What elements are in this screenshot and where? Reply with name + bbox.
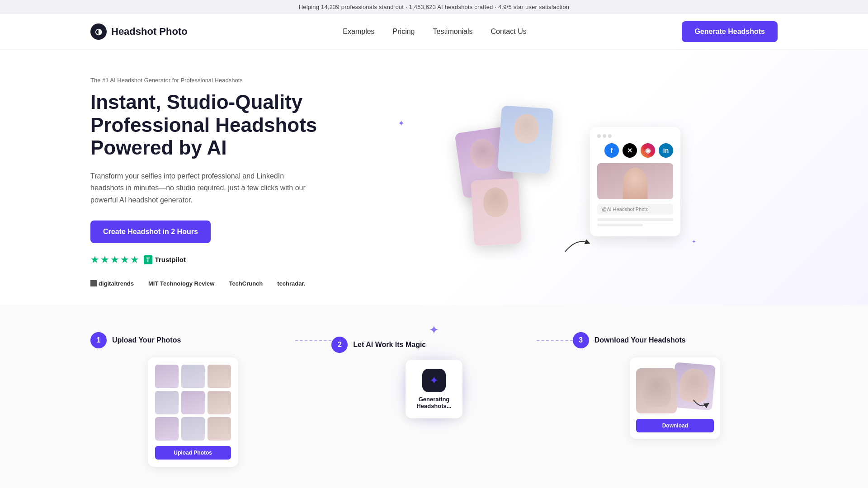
step-2-header: 2 Let AI Work Its Magic — [331, 337, 426, 353]
step-1-number: 1 — [90, 332, 107, 348]
ai-circle: ✦ Generating Headshots... — [407, 362, 461, 416]
photo-cell-1 — [155, 365, 179, 388]
social-share-card: f ✕ ◉ in @AI Headshot Photo — [590, 127, 680, 236]
navbar: ◑ Headshot Photo Examples Pricing Testim… — [0, 14, 868, 50]
generating-card: ✦ Generating Headshots... — [406, 360, 462, 418]
photo-cell-8 — [181, 417, 205, 441]
logo-icon: ◑ — [90, 23, 107, 40]
instagram-icon[interactable]: ◉ — [641, 143, 655, 158]
hero-title: Instant, Studio-Quality Professional Hea… — [90, 91, 362, 160]
download-button[interactable]: Download — [636, 419, 714, 432]
nav-link-testimonials[interactable]: Testimonials — [433, 28, 473, 35]
hero-subtitle: The #1 AI Headshot Generator for Profess… — [90, 77, 362, 84]
photo-upload-grid — [155, 365, 231, 441]
download-arrow — [691, 398, 709, 411]
star-half: ★ — [130, 254, 139, 266]
step-1-card: Upload Photos — [148, 357, 238, 467]
dot-1 — [597, 134, 601, 138]
connector-2 — [537, 340, 573, 341]
photo-cell-2 — [181, 365, 205, 388]
trustpilot-logo: T Trustpilot — [144, 255, 186, 264]
hero-content: The #1 AI Headshot Generator for Profess… — [90, 77, 362, 287]
gen-sparkle-icon: ✦ — [422, 369, 446, 392]
photo-card-2 — [497, 106, 554, 175]
nav-link-contact[interactable]: Contact Us — [491, 28, 527, 35]
photo-cell-4 — [155, 391, 179, 414]
digitaltrends-icon — [90, 280, 97, 286]
press-techradar-label: techradar. — [277, 280, 305, 287]
press-techcrunch: TechCrunch — [229, 280, 263, 287]
step-2-number: 2 — [331, 337, 348, 353]
step-3-number: 3 — [573, 332, 589, 348]
create-headshot-button[interactable]: Create Headshot in 2 Hours — [90, 221, 211, 243]
press-techcrunch-label: TechCrunch — [229, 280, 263, 287]
facebook-icon[interactable]: f — [604, 143, 619, 158]
step-1: 1 Upload Your Photos Upload Photos — [90, 332, 295, 467]
download-photos — [636, 364, 714, 413]
social-line-1 — [597, 218, 673, 221]
hero-description: Transform your selfies into perfect prof… — [90, 170, 307, 206]
photo-cell-5 — [181, 391, 205, 414]
linkedin-icon[interactable]: in — [659, 143, 673, 158]
step-3-title: Download Your Headshots — [594, 336, 686, 344]
headshot-preview — [597, 163, 673, 199]
press-mit: MIT Technology Review — [148, 280, 214, 287]
upload-photos-button[interactable]: Upload Photos — [155, 446, 231, 460]
social-line-2 — [597, 224, 643, 226]
step-1-title: Upload Your Photos — [112, 336, 181, 344]
dashed-line-2 — [537, 340, 573, 341]
photo-cell-6 — [208, 391, 231, 414]
ai-circle-inner: ✦ Generating Headshots... — [414, 369, 454, 409]
nav-logo-text: Headshot Photo — [111, 26, 188, 38]
photo-cell-3 — [208, 365, 231, 388]
press-digitaltrends-label: digitaltrends — [99, 280, 134, 287]
steps-container: 1 Upload Your Photos Upload Photos — [90, 332, 778, 467]
step-3-header: 3 Download Your Headshots — [573, 332, 686, 348]
connector-1 — [295, 340, 331, 341]
press-techradar: techradar. — [277, 280, 305, 287]
download-card: Download — [630, 357, 720, 439]
photo-cell-9 — [208, 417, 231, 441]
nav-logo[interactable]: ◑ Headshot Photo — [90, 23, 188, 40]
photo-card-3 — [471, 178, 521, 246]
dl-photo-front — [636, 368, 677, 413]
trustpilot-label: Trustpilot — [155, 256, 186, 263]
dot-2 — [603, 134, 606, 138]
sparkle-icon-3: ✦ — [692, 239, 696, 245]
social-icons: f ✕ ◉ in — [597, 143, 673, 158]
steps-section: ✦ 1 Upload Your Photos — [0, 305, 868, 488]
twitter-x-icon[interactable]: ✕ — [623, 143, 637, 158]
step-3: 3 Download Your Headshots — [573, 332, 778, 439]
trustpilot-row: ★ ★ ★ ★ ★ T Trustpilot — [90, 254, 362, 266]
star-rating: ★ ★ ★ ★ ★ — [90, 254, 139, 266]
step-2-title: Let AI Work Its Magic — [353, 341, 426, 349]
press-mit-label: MIT Technology Review — [148, 280, 214, 287]
nav-link-examples[interactable]: Examples — [343, 28, 374, 35]
nav-link-pricing[interactable]: Pricing — [393, 28, 415, 35]
headshot-face — [623, 168, 648, 199]
star-4: ★ — [120, 254, 129, 266]
step-2: 2 Let AI Work Its Magic ✦ Generating Hea… — [331, 332, 536, 416]
hero-section: The #1 AI Headshot Generator for Profess… — [0, 50, 868, 305]
trustpilot-t-icon: T — [144, 255, 152, 264]
photo-cluster — [459, 103, 576, 274]
press-digitaltrends: digitaltrends — [90, 280, 134, 287]
top-banner: Helping 14,239 professionals stand out ·… — [0, 0, 868, 14]
generate-headshots-button[interactable]: Generate Headshots — [682, 21, 778, 42]
arrow-decoration — [563, 234, 590, 256]
banner-text: Helping 14,239 professionals stand out ·… — [299, 4, 570, 10]
star-3: ★ — [110, 254, 119, 266]
star-2: ★ — [100, 254, 109, 266]
social-handle: @AI Headshot Photo — [597, 204, 673, 215]
generating-label: Generating Headshots... — [416, 396, 451, 409]
nav-links: Examples Pricing Testimonials Contact Us — [343, 28, 526, 36]
hero-visual: ✦ ✦ ✦ — [362, 82, 778, 281]
sparkle-icon-1: ✦ — [398, 118, 405, 128]
dashed-line-1 — [295, 340, 331, 341]
dot-3 — [608, 134, 612, 138]
photo-cell-7 — [155, 417, 179, 441]
star-1: ★ — [90, 254, 99, 266]
window-dots — [597, 134, 673, 138]
press-logos: digitaltrends MIT Technology Review Tech… — [90, 280, 362, 287]
step-1-header: 1 Upload Your Photos — [90, 332, 181, 348]
